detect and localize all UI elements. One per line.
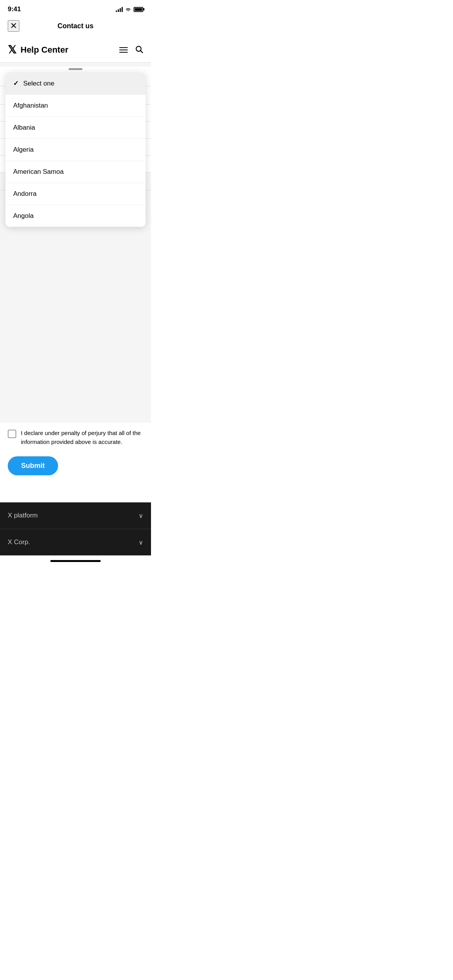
dropdown-item-andorra[interactable]: Andorra xyxy=(5,183,146,205)
footer: X platform ∨ X Corp. ∨ xyxy=(0,502,151,555)
battery-icon xyxy=(134,7,143,12)
signal-bars-icon xyxy=(116,7,123,12)
status-time: 9:41 xyxy=(8,5,21,13)
svg-line-1 xyxy=(141,51,142,53)
dropdown-handle xyxy=(0,63,151,70)
wifi-icon xyxy=(125,7,131,12)
dropdown-item-label: Angola xyxy=(13,212,34,220)
footer-x-platform[interactable]: X platform ∨ xyxy=(0,502,151,529)
dropdown-item-label: Andorra xyxy=(13,190,36,198)
close-button[interactable]: ✕ xyxy=(8,20,19,32)
footer-x-corp-label: X Corp. xyxy=(8,538,30,546)
submit-button[interactable]: Submit xyxy=(8,456,58,475)
disclaimer-text: I declare under penalty of perjury that … xyxy=(21,429,143,446)
footer-chevron-icon: ∨ xyxy=(139,512,143,519)
header: 𝕏 Help Center xyxy=(0,36,151,62)
brand-name: Help Center xyxy=(21,45,68,55)
footer-x-platform-label: X platform xyxy=(8,512,38,519)
header-icons xyxy=(119,45,143,55)
disclaimer-checkbox[interactable] xyxy=(8,430,16,438)
logo-area: 𝕏 Help Center xyxy=(8,43,68,56)
dropdown-item-angola[interactable]: Angola xyxy=(5,205,146,227)
dropdown-item-label: Select one xyxy=(23,80,54,87)
dropdown-item-algeria[interactable]: Algeria xyxy=(5,139,146,161)
footer-chevron-icon-2: ∨ xyxy=(139,539,143,546)
dropdown-item-american-samoa[interactable]: American Samoa xyxy=(5,161,146,183)
submit-section: Submit xyxy=(0,452,151,487)
dropdown-item-label: Albania xyxy=(13,124,35,132)
menu-icon[interactable] xyxy=(119,47,128,53)
dropdown-item-select-one[interactable]: ✓ Select one xyxy=(5,72,146,95)
main-content: ∨ ion you ℹ s s move. xyxy=(0,63,151,423)
home-bar xyxy=(50,560,101,562)
nav-bar: ✕ Contact us xyxy=(0,16,151,36)
footer-x-corp[interactable]: X Corp. ∨ xyxy=(0,529,151,555)
search-icon[interactable] xyxy=(135,45,143,55)
country-dropdown[interactable]: ✓ Select one Afghanistan Albania Algeria… xyxy=(5,72,146,227)
x-logo: 𝕏 xyxy=(8,43,17,56)
dropdown-item-albania[interactable]: Albania xyxy=(5,117,146,139)
dropdown-item-afghanistan[interactable]: Afghanistan xyxy=(5,95,146,117)
checkmark-icon: ✓ xyxy=(13,79,19,87)
status-icons xyxy=(116,7,143,12)
dropdown-item-label: Algeria xyxy=(13,146,34,154)
page-title: Contact us xyxy=(57,22,93,30)
status-bar: 9:41 xyxy=(0,0,151,16)
dropdown-item-label: Afghanistan xyxy=(13,102,48,110)
home-indicator xyxy=(0,555,151,565)
dropdown-item-label: American Samoa xyxy=(13,168,63,176)
drag-handle-icon xyxy=(69,68,82,70)
disclaimer-section: I declare under penalty of perjury that … xyxy=(0,423,151,452)
